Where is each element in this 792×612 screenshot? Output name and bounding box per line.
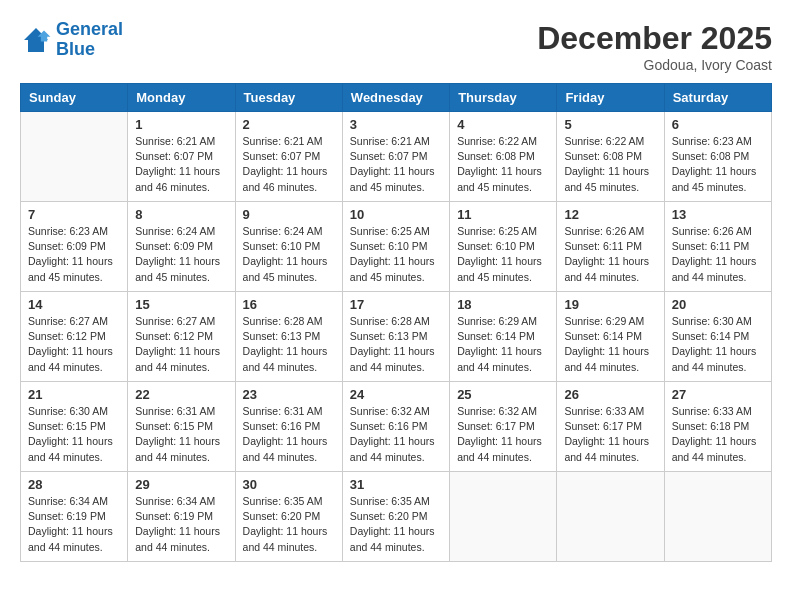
day-info: Sunrise: 6:32 AMSunset: 6:17 PMDaylight:… xyxy=(457,404,549,465)
day-number: 28 xyxy=(28,477,120,492)
day-number: 2 xyxy=(243,117,335,132)
calendar-cell: 11Sunrise: 6:25 AMSunset: 6:10 PMDayligh… xyxy=(450,202,557,292)
calendar-cell: 31Sunrise: 6:35 AMSunset: 6:20 PMDayligh… xyxy=(342,472,449,562)
day-info: Sunrise: 6:28 AMSunset: 6:13 PMDaylight:… xyxy=(350,314,442,375)
calendar-cell: 15Sunrise: 6:27 AMSunset: 6:12 PMDayligh… xyxy=(128,292,235,382)
day-info: Sunrise: 6:29 AMSunset: 6:14 PMDaylight:… xyxy=(457,314,549,375)
calendar-cell: 1Sunrise: 6:21 AMSunset: 6:07 PMDaylight… xyxy=(128,112,235,202)
day-info: Sunrise: 6:23 AMSunset: 6:08 PMDaylight:… xyxy=(672,134,764,195)
calendar-cell: 5Sunrise: 6:22 AMSunset: 6:08 PMDaylight… xyxy=(557,112,664,202)
month-title: December 2025 xyxy=(537,20,772,57)
day-number: 25 xyxy=(457,387,549,402)
weekday-header: Monday xyxy=(128,84,235,112)
logo: General Blue xyxy=(20,20,123,60)
calendar-week-row: 1Sunrise: 6:21 AMSunset: 6:07 PMDaylight… xyxy=(21,112,772,202)
calendar-cell: 18Sunrise: 6:29 AMSunset: 6:14 PMDayligh… xyxy=(450,292,557,382)
day-number: 17 xyxy=(350,297,442,312)
day-info: Sunrise: 6:34 AMSunset: 6:19 PMDaylight:… xyxy=(28,494,120,555)
day-info: Sunrise: 6:27 AMSunset: 6:12 PMDaylight:… xyxy=(28,314,120,375)
day-info: Sunrise: 6:30 AMSunset: 6:14 PMDaylight:… xyxy=(672,314,764,375)
calendar-cell: 8Sunrise: 6:24 AMSunset: 6:09 PMDaylight… xyxy=(128,202,235,292)
calendar-cell: 29Sunrise: 6:34 AMSunset: 6:19 PMDayligh… xyxy=(128,472,235,562)
calendar-cell: 30Sunrise: 6:35 AMSunset: 6:20 PMDayligh… xyxy=(235,472,342,562)
day-number: 30 xyxy=(243,477,335,492)
page-header: General Blue December 2025 Godoua, Ivory… xyxy=(20,20,772,73)
day-info: Sunrise: 6:22 AMSunset: 6:08 PMDaylight:… xyxy=(457,134,549,195)
day-number: 9 xyxy=(243,207,335,222)
weekday-header: Tuesday xyxy=(235,84,342,112)
day-info: Sunrise: 6:35 AMSunset: 6:20 PMDaylight:… xyxy=(243,494,335,555)
calendar-cell: 4Sunrise: 6:22 AMSunset: 6:08 PMDaylight… xyxy=(450,112,557,202)
weekday-header: Friday xyxy=(557,84,664,112)
day-info: Sunrise: 6:33 AMSunset: 6:17 PMDaylight:… xyxy=(564,404,656,465)
day-info: Sunrise: 6:34 AMSunset: 6:19 PMDaylight:… xyxy=(135,494,227,555)
day-number: 13 xyxy=(672,207,764,222)
title-block: December 2025 Godoua, Ivory Coast xyxy=(537,20,772,73)
calendar-cell: 25Sunrise: 6:32 AMSunset: 6:17 PMDayligh… xyxy=(450,382,557,472)
day-info: Sunrise: 6:33 AMSunset: 6:18 PMDaylight:… xyxy=(672,404,764,465)
day-number: 14 xyxy=(28,297,120,312)
day-info: Sunrise: 6:30 AMSunset: 6:15 PMDaylight:… xyxy=(28,404,120,465)
calendar-cell xyxy=(21,112,128,202)
calendar-cell: 28Sunrise: 6:34 AMSunset: 6:19 PMDayligh… xyxy=(21,472,128,562)
day-info: Sunrise: 6:21 AMSunset: 6:07 PMDaylight:… xyxy=(350,134,442,195)
day-number: 1 xyxy=(135,117,227,132)
day-number: 4 xyxy=(457,117,549,132)
calendar-week-row: 28Sunrise: 6:34 AMSunset: 6:19 PMDayligh… xyxy=(21,472,772,562)
day-number: 11 xyxy=(457,207,549,222)
day-info: Sunrise: 6:23 AMSunset: 6:09 PMDaylight:… xyxy=(28,224,120,285)
calendar-cell: 2Sunrise: 6:21 AMSunset: 6:07 PMDaylight… xyxy=(235,112,342,202)
day-info: Sunrise: 6:24 AMSunset: 6:09 PMDaylight:… xyxy=(135,224,227,285)
day-info: Sunrise: 6:26 AMSunset: 6:11 PMDaylight:… xyxy=(672,224,764,285)
calendar-cell: 19Sunrise: 6:29 AMSunset: 6:14 PMDayligh… xyxy=(557,292,664,382)
weekday-header: Saturday xyxy=(664,84,771,112)
calendar-cell: 23Sunrise: 6:31 AMSunset: 6:16 PMDayligh… xyxy=(235,382,342,472)
weekday-header: Wednesday xyxy=(342,84,449,112)
calendar-cell: 3Sunrise: 6:21 AMSunset: 6:07 PMDaylight… xyxy=(342,112,449,202)
calendar-cell: 21Sunrise: 6:30 AMSunset: 6:15 PMDayligh… xyxy=(21,382,128,472)
day-info: Sunrise: 6:27 AMSunset: 6:12 PMDaylight:… xyxy=(135,314,227,375)
logo-text: General Blue xyxy=(56,20,123,60)
day-number: 7 xyxy=(28,207,120,222)
day-number: 22 xyxy=(135,387,227,402)
calendar-cell: 12Sunrise: 6:26 AMSunset: 6:11 PMDayligh… xyxy=(557,202,664,292)
day-number: 5 xyxy=(564,117,656,132)
day-number: 16 xyxy=(243,297,335,312)
day-number: 29 xyxy=(135,477,227,492)
calendar-week-row: 7Sunrise: 6:23 AMSunset: 6:09 PMDaylight… xyxy=(21,202,772,292)
day-info: Sunrise: 6:35 AMSunset: 6:20 PMDaylight:… xyxy=(350,494,442,555)
calendar-cell: 7Sunrise: 6:23 AMSunset: 6:09 PMDaylight… xyxy=(21,202,128,292)
day-number: 26 xyxy=(564,387,656,402)
calendar-cell: 16Sunrise: 6:28 AMSunset: 6:13 PMDayligh… xyxy=(235,292,342,382)
day-info: Sunrise: 6:25 AMSunset: 6:10 PMDaylight:… xyxy=(350,224,442,285)
calendar-week-row: 14Sunrise: 6:27 AMSunset: 6:12 PMDayligh… xyxy=(21,292,772,382)
calendar-week-row: 21Sunrise: 6:30 AMSunset: 6:15 PMDayligh… xyxy=(21,382,772,472)
calendar-cell: 17Sunrise: 6:28 AMSunset: 6:13 PMDayligh… xyxy=(342,292,449,382)
day-info: Sunrise: 6:25 AMSunset: 6:10 PMDaylight:… xyxy=(457,224,549,285)
calendar-cell xyxy=(450,472,557,562)
day-number: 23 xyxy=(243,387,335,402)
day-number: 21 xyxy=(28,387,120,402)
calendar-cell: 20Sunrise: 6:30 AMSunset: 6:14 PMDayligh… xyxy=(664,292,771,382)
weekday-header: Thursday xyxy=(450,84,557,112)
day-number: 12 xyxy=(564,207,656,222)
day-number: 19 xyxy=(564,297,656,312)
day-number: 18 xyxy=(457,297,549,312)
calendar-cell: 13Sunrise: 6:26 AMSunset: 6:11 PMDayligh… xyxy=(664,202,771,292)
day-info: Sunrise: 6:28 AMSunset: 6:13 PMDaylight:… xyxy=(243,314,335,375)
day-info: Sunrise: 6:26 AMSunset: 6:11 PMDaylight:… xyxy=(564,224,656,285)
calendar-cell: 24Sunrise: 6:32 AMSunset: 6:16 PMDayligh… xyxy=(342,382,449,472)
day-info: Sunrise: 6:31 AMSunset: 6:15 PMDaylight:… xyxy=(135,404,227,465)
day-number: 15 xyxy=(135,297,227,312)
day-number: 27 xyxy=(672,387,764,402)
calendar-cell: 9Sunrise: 6:24 AMSunset: 6:10 PMDaylight… xyxy=(235,202,342,292)
day-info: Sunrise: 6:32 AMSunset: 6:16 PMDaylight:… xyxy=(350,404,442,465)
day-number: 3 xyxy=(350,117,442,132)
calendar-cell xyxy=(664,472,771,562)
day-number: 10 xyxy=(350,207,442,222)
day-info: Sunrise: 6:24 AMSunset: 6:10 PMDaylight:… xyxy=(243,224,335,285)
day-number: 24 xyxy=(350,387,442,402)
day-number: 6 xyxy=(672,117,764,132)
day-info: Sunrise: 6:29 AMSunset: 6:14 PMDaylight:… xyxy=(564,314,656,375)
day-info: Sunrise: 6:21 AMSunset: 6:07 PMDaylight:… xyxy=(135,134,227,195)
